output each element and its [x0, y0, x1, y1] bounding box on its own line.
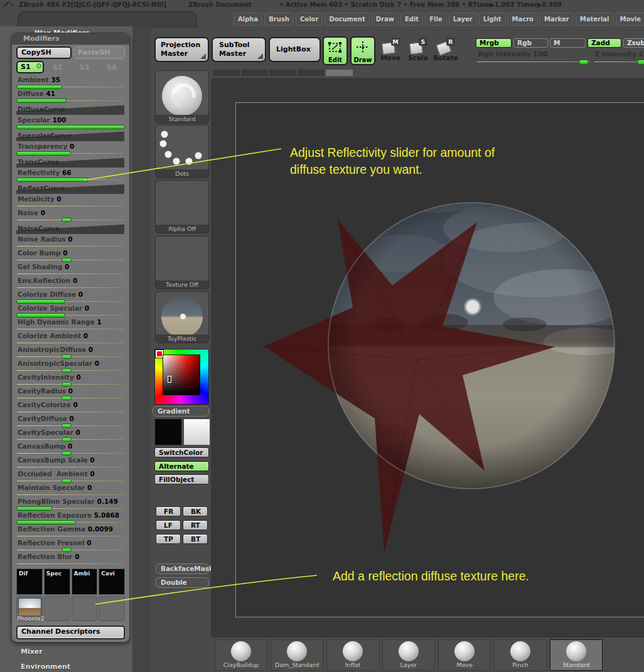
slider-track[interactable]	[16, 424, 125, 428]
channel-descriptors-button[interactable]: Channel Descriptors	[16, 626, 125, 639]
curve-reflectcurve[interactable]: ReflectCurve	[16, 183, 125, 195]
slider-specular[interactable]: Specular 100	[16, 116, 125, 130]
subtool-master-button[interactable]: SubTool Master	[212, 37, 266, 62]
secondary-color-swatch[interactable]	[183, 419, 210, 445]
channel-spec[interactable]: Spec	[44, 568, 70, 595]
brush-tile-claybuildup[interactable]: ClayBuildup	[215, 639, 267, 671]
menu-item-alpha[interactable]: Alpha	[233, 13, 262, 26]
slider-handle[interactable]	[62, 368, 72, 373]
brush-tile-pinch[interactable]: Pinch	[494, 639, 547, 671]
slider-handle[interactable]	[62, 355, 72, 359]
slider-handle[interactable]	[62, 382, 72, 387]
rotate-mode-button[interactable]: R Rotate	[432, 38, 459, 66]
slider-track[interactable]	[16, 506, 125, 511]
brush-tile-layer[interactable]: Layer	[382, 639, 435, 671]
phoenix2-thumbnail[interactable]	[18, 598, 41, 616]
alternate-button[interactable]: Alternate	[154, 461, 209, 471]
slider-track[interactable]	[16, 493, 125, 497]
slider-color-bump[interactable]: Color Bump 0	[16, 249, 125, 263]
lightbox-button[interactable]: LightBox	[269, 37, 321, 62]
slider-ambient[interactable]: Ambient 35	[16, 76, 125, 90]
slider-handle[interactable]	[62, 437, 72, 442]
slider-track[interactable]	[16, 341, 125, 345]
fillobject-button[interactable]: FillObject	[154, 474, 209, 484]
slider-high-dynamic-range[interactable]: High Dynamic Range 1	[16, 318, 125, 332]
brush-tile-standard[interactable]: Standard	[550, 639, 603, 671]
timeline-segment[interactable]	[241, 70, 268, 76]
slider-track[interactable]	[16, 218, 125, 222]
slider-reflectivity[interactable]: Reflectivity 66	[16, 169, 125, 183]
slider-handle[interactable]	[62, 424, 72, 428]
slider-track[interactable]	[16, 410, 125, 414]
slider-track[interactable]	[16, 368, 125, 373]
curve-diffusecurve[interactable]: DiffuseCurve	[16, 104, 125, 116]
slider-cavityradius[interactable]: CavityRadius 0	[16, 387, 125, 401]
tool-thumb-alpha-off[interactable]: Alpha Off	[155, 180, 209, 233]
mixer-palette-label[interactable]: Mixer	[21, 648, 43, 656]
color-picker[interactable]	[154, 349, 209, 405]
channel-dif[interactable]: Dif	[16, 568, 43, 595]
slider-gel-shading[interactable]: Gel Shading 0	[16, 263, 125, 277]
slider-anisotropicdiffuse[interactable]: AnisotropicDiffuse 0	[16, 346, 125, 360]
menu-item-color[interactable]: Color	[296, 13, 323, 26]
slider-track[interactable]	[16, 151, 125, 156]
slider-occluded-ambient[interactable]: Occluded Ambient 0	[16, 470, 125, 484]
slider-colorize-diffuse[interactable]: Colorize Diffuse 0	[16, 291, 125, 304]
view-button-tp[interactable]: TP	[156, 534, 181, 544]
sv-cursor[interactable]	[168, 376, 171, 383]
slider-track[interactable]	[16, 548, 125, 552]
menu-item-macro[interactable]: Macro	[508, 13, 538, 26]
slider-track[interactable]	[16, 396, 125, 400]
rgb-button[interactable]: Rgb	[513, 38, 548, 48]
slider-cavitydiffuse[interactable]: CavityDiffuse 0	[16, 415, 125, 429]
curve-noisecurve[interactable]: NoiseCurve	[16, 223, 125, 235]
rgb-intensity-slider[interactable]	[477, 60, 590, 65]
channel-ambi[interactable]: Ambi	[72, 568, 98, 595]
shader-slot-s1-active[interactable]: S1	[16, 61, 44, 73]
slider-track[interactable]	[16, 99, 125, 103]
modifiers-palette-header[interactable]: Modifiers	[12, 33, 129, 45]
pastesh-button[interactable]: PasteSH	[73, 46, 125, 59]
view-button-bk[interactable]: BK	[183, 506, 208, 516]
shader-slot-s2[interactable]: S2	[44, 63, 71, 72]
menu-item-brush[interactable]: Brush	[264, 13, 294, 26]
slider-track[interactable]	[16, 465, 125, 469]
menu-item-marker[interactable]: Marker	[540, 13, 574, 26]
zsub-button[interactable]: Zsub	[623, 38, 644, 48]
view-button-bt[interactable]: BT	[183, 534, 208, 544]
slider-track[interactable]	[16, 299, 125, 304]
timeline-segment[interactable]	[298, 70, 325, 76]
curve-specularcurve[interactable]: SpecularCurve	[16, 130, 125, 142]
slider-noise[interactable]: Noise 0	[16, 209, 125, 223]
double-button[interactable]: Double	[156, 577, 209, 588]
slider-handle[interactable]	[62, 396, 72, 400]
slider-reflection-exposure[interactable]: Reflection Exposure 5.0868	[16, 511, 125, 525]
slider-metalicity[interactable]: Metalicity 0	[16, 195, 125, 209]
backfacemask-button[interactable]: BackfaceMask	[156, 563, 209, 574]
slider-track[interactable]	[16, 437, 125, 442]
slider-track[interactable]	[16, 382, 125, 387]
move-mode-button[interactable]: M Move	[377, 38, 404, 66]
gradient-button[interactable]: Gradient	[153, 406, 209, 417]
m-button[interactable]: M	[550, 38, 586, 48]
slider-reflection-fresnel[interactable]: Reflection Fresnel 0	[16, 539, 125, 553]
slider-track[interactable]	[16, 244, 125, 248]
channel-cavi[interactable]: Cavi	[99, 568, 125, 595]
curve-transcurve[interactable]: TransCurve	[16, 156, 125, 169]
slider-cavityspecular[interactable]: CavitySpecular 0	[16, 429, 125, 442]
slider-track[interactable]	[16, 204, 125, 208]
slider-track[interactable]	[16, 520, 125, 525]
slider-track[interactable]	[16, 272, 125, 276]
texture-slot-empty[interactable]	[44, 596, 70, 621]
menu-item-light[interactable]: Light	[479, 13, 506, 26]
slider-handle[interactable]	[62, 451, 72, 456]
slider-track[interactable]	[16, 562, 125, 566]
menu-item-draw[interactable]: Draw	[372, 13, 399, 26]
view-button-lf[interactable]: LF	[156, 520, 181, 530]
brush-tile-move[interactable]: Move	[438, 639, 491, 671]
shader-slot-s3[interactable]: S3	[71, 63, 98, 72]
texture-slot-empty[interactable]	[99, 596, 125, 621]
brush-tile-dam-standard[interactable]: Dam_Standard	[271, 639, 323, 671]
slider-track[interactable]	[16, 355, 125, 359]
environment-palette-label[interactable]: Environment	[21, 663, 70, 671]
